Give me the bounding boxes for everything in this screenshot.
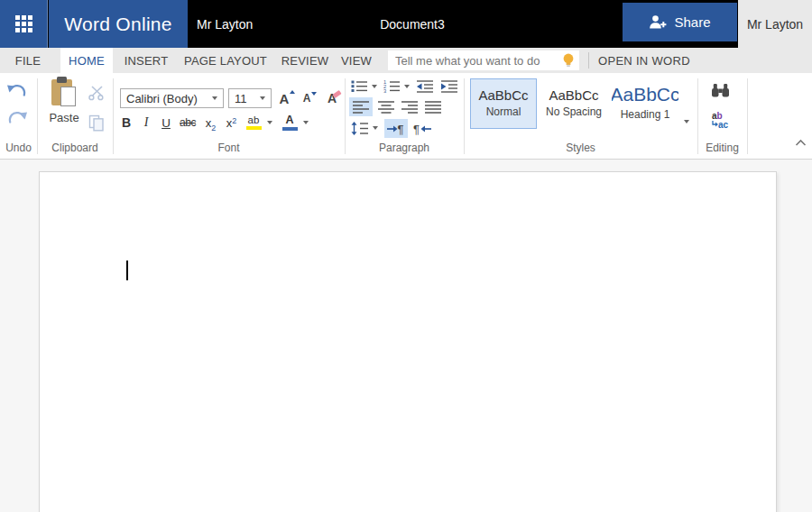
align-center-button[interactable] [374, 97, 398, 116]
undo-group-label: Undo [0, 142, 37, 154]
scissors-icon [88, 86, 106, 101]
align-right-icon [401, 100, 419, 114]
grow-font-button[interactable]: A [276, 88, 298, 108]
paste-button[interactable]: Paste [43, 76, 85, 133]
tab-home[interactable]: HOME [60, 48, 113, 73]
highlight-icon: ab [246, 115, 262, 131]
style-name: Normal [486, 105, 521, 118]
account-menu[interactable]: Mr Layton [738, 0, 812, 48]
style-normal[interactable]: AaBbCc Normal [470, 78, 537, 129]
numbered-list-icon: 123 [383, 79, 401, 93]
decrease-indent-icon [416, 79, 434, 93]
arrow-up-icon [290, 90, 295, 94]
svg-text:3: 3 [383, 88, 386, 93]
line-spacing-dropdown[interactable] [371, 119, 380, 137]
underline-button[interactable]: U [156, 113, 176, 133]
tell-me-input[interactable] [388, 50, 558, 70]
numbering-button[interactable]: 123 [382, 78, 402, 95]
clear-formatting-glyph: A [328, 91, 337, 105]
font-size-dropdown[interactable]: 11 [228, 88, 272, 108]
increase-indent-icon [440, 79, 458, 93]
superscript-glyph: x2 [226, 116, 237, 130]
font-name-dropdown[interactable]: Calibri (Body) [120, 88, 224, 108]
document-title[interactable]: Document3 [340, 0, 484, 48]
justify-button[interactable] [421, 97, 445, 116]
ribbon: Undo Paste Clipboard [0, 73, 812, 160]
app-launcher-grid-icon [15, 15, 32, 32]
copy-button[interactable] [86, 113, 107, 133]
account-name: Mr Layton [747, 17, 803, 32]
style-heading-1[interactable]: AaBbCc Heading 1 [611, 78, 679, 129]
font-color-dropdown[interactable] [301, 113, 310, 133]
chevron-up-icon [795, 139, 807, 147]
strikethrough-glyph: abc [180, 116, 196, 129]
highlight-color-dropdown[interactable] [265, 113, 274, 133]
line-spacing-icon [351, 122, 369, 135]
ltr-paragraph-icon: ¶ [386, 122, 406, 136]
italic-button[interactable]: I [136, 113, 156, 133]
decrease-indent-button[interactable] [414, 78, 436, 95]
font-size-value: 11 [235, 92, 260, 105]
tab-file[interactable]: FILE [9, 48, 47, 73]
align-left-button[interactable] [349, 97, 373, 116]
person-add-icon [649, 14, 667, 30]
paste-label: Paste [49, 111, 78, 124]
svg-text:¶: ¶ [413, 123, 420, 136]
share-button[interactable]: Share [623, 3, 737, 41]
svg-text:¶: ¶ [398, 123, 404, 136]
editing-group-label: Editing [697, 142, 747, 154]
app-launcher-button[interactable] [0, 0, 48, 48]
superscript-button[interactable]: x2 [221, 113, 242, 133]
more-styles-dropdown[interactable] [680, 115, 693, 128]
font-color-icon: A [282, 114, 298, 131]
document-canvas [0, 160, 812, 512]
align-center-icon [377, 100, 395, 114]
chevron-down-icon [260, 96, 265, 100]
shrink-font-button[interactable]: A [300, 88, 319, 108]
numbering-dropdown[interactable] [402, 78, 411, 95]
bullets-dropdown[interactable] [370, 78, 379, 95]
tab-page-layout[interactable]: PAGE LAYOUT [177, 48, 274, 73]
replace-button[interactable]: ab ac [706, 109, 734, 133]
bullets-button[interactable] [349, 78, 370, 95]
find-button[interactable] [708, 81, 732, 99]
collapse-ribbon-button[interactable] [792, 136, 808, 149]
style-no-spacing[interactable]: AaBbCc No Spacing [540, 78, 607, 129]
tab-review[interactable]: REVIEW [278, 48, 332, 73]
increase-indent-button[interactable] [438, 78, 460, 95]
style-sample: AaBbCc [549, 87, 598, 103]
font-group-label: Font [113, 142, 345, 154]
align-right-button[interactable] [398, 97, 421, 116]
chevron-down-icon [372, 85, 377, 88]
clear-formatting-button[interactable]: A [321, 88, 343, 108]
font-color-button[interactable]: A [278, 113, 301, 133]
bold-button[interactable]: B [116, 113, 136, 133]
open-in-word-button[interactable]: OPEN IN WORD [598, 48, 690, 73]
font-name-value: Calibri (Body) [126, 92, 212, 105]
suite-user-name: Mr Layton [197, 0, 253, 48]
brand-title: Word Online [49, 0, 188, 48]
tab-view[interactable]: VIEW [336, 48, 377, 73]
redo-button[interactable] [5, 108, 30, 126]
subscript-button[interactable]: x2 [200, 113, 221, 133]
highlight-color-button[interactable]: ab [242, 113, 265, 133]
undo-button[interactable] [5, 81, 30, 99]
left-to-right-button[interactable]: ¶ [384, 119, 408, 138]
rtl-paragraph-icon: ¶ [413, 122, 432, 136]
strikethrough-button[interactable]: abc [176, 113, 199, 133]
chevron-down-icon [373, 126, 378, 130]
document-page[interactable] [39, 171, 777, 512]
lightbulb-icon [561, 52, 576, 69]
clipboard-group-label: Clipboard [37, 142, 113, 154]
tell-me-box [388, 50, 579, 70]
tab-insert[interactable]: INSERT [119, 48, 173, 73]
bold-glyph: B [122, 115, 131, 130]
line-spacing-button[interactable] [349, 119, 371, 137]
italic-glyph: I [144, 115, 149, 130]
right-to-left-button[interactable]: ¶ [411, 119, 433, 138]
chevron-down-icon [404, 85, 410, 88]
cut-button[interactable] [86, 84, 107, 102]
ribbon-tab-bar: FILE HOME INSERT PAGE LAYOUT REVIEW VIEW… [0, 48, 812, 73]
chevron-down-icon [303, 121, 309, 124]
text-cursor [126, 261, 128, 280]
